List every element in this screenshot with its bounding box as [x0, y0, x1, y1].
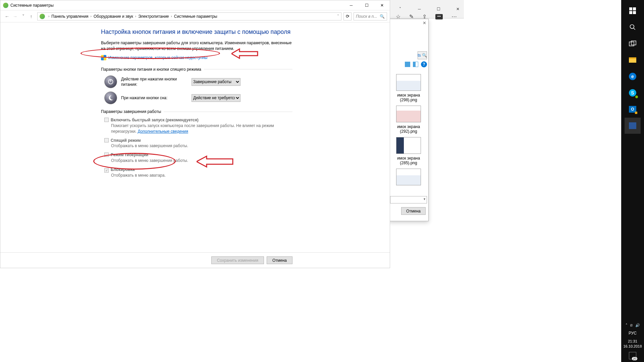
shield-icon — [101, 55, 106, 60]
minimize-button[interactable] — [343, 0, 359, 10]
address-bar: ← → ˅ ↑ › Панель управления › Оборудован… — [0, 10, 390, 22]
chevron-right-icon[interactable]: › — [46, 14, 51, 18]
section-power-buttons: Параметры кнопки питания и кнопки спящег… — [101, 67, 292, 72]
edge-icon[interactable]: e — [625, 68, 641, 84]
fast-startup-checkbox[interactable] — [104, 118, 109, 122]
tray-chevron-icon[interactable]: ˄ — [626, 323, 628, 327]
window-title: Системные параметры — [10, 3, 54, 8]
skype-icon[interactable]: S — [625, 85, 641, 101]
maximize-button[interactable] — [359, 0, 374, 10]
power-button-row: Действие при нажатии кнопки питания: Зав… — [104, 75, 292, 88]
filename-combo[interactable] — [390, 196, 427, 203]
outlook-icon[interactable]: O — [625, 101, 641, 117]
svg-line-9 — [634, 28, 635, 30]
clock[interactable]: 21:31 16.10.2018 — [623, 339, 642, 349]
search-placeholder: Поиск в п... — [356, 14, 377, 19]
chevron-right-icon[interactable]: › — [133, 14, 138, 18]
file-open-dialog: ✕ ts 🔍 ? имок экрана(298).png имок экран… — [388, 19, 429, 221]
sleep-button-action-select[interactable]: Действие не требуется — [192, 94, 240, 102]
word-icon[interactable] — [625, 118, 641, 134]
lock-checkbox[interactable] — [104, 168, 109, 173]
view-icon[interactable] — [405, 62, 410, 67]
moon-icon — [104, 92, 117, 104]
tray-display-icon[interactable]: ⎚ — [630, 323, 633, 327]
sleep-button-row: При нажатии кнопки сна: Действие не треб… — [104, 92, 292, 104]
system-tray: ˄ ⎚ 🔊 РУС 21:31 16.10.2018 20 — [623, 323, 642, 362]
file-explorer-icon[interactable] — [625, 52, 641, 68]
svg-rect-5 — [633, 7, 636, 10]
breadcrumb-root-icon — [40, 14, 45, 19]
ellipsis-icon[interactable]: ⋯ — [451, 13, 457, 20]
sleep-button-label: При нажатии кнопки сна: — [121, 95, 192, 101]
task-view-button[interactable] — [625, 36, 641, 52]
file-thumb[interactable]: имок экрана(285).png — [390, 137, 427, 165]
chevron-right-icon[interactable]: › — [89, 14, 94, 18]
bg-maximize-button[interactable] — [433, 4, 445, 14]
search-icon: 🔍 — [380, 14, 385, 19]
search-box[interactable]: Поиск в п... 🔍 — [354, 12, 387, 20]
action-center-icon[interactable]: 20 — [629, 352, 636, 359]
sleep-checkbox[interactable] — [104, 138, 109, 142]
system-settings-window: Системные параметры ← → ˅ ↑ › Панель упр… — [0, 0, 390, 268]
more-info-link[interactable]: Дополнительные сведения — [138, 129, 188, 134]
sleep-option: Спящий режим Отображать в меню завершени… — [104, 138, 292, 149]
save-button[interactable]: Сохранить изменения — [211, 256, 264, 264]
svg-rect-4 — [629, 7, 632, 10]
bg-minimize-button[interactable] — [414, 4, 426, 14]
start-button[interactable] — [625, 3, 641, 19]
breadcrumb-item[interactable]: Электропитание — [138, 14, 169, 19]
footer-buttons: Сохранить изменения Отмена — [0, 252, 390, 268]
language-indicator[interactable]: РУС — [629, 331, 637, 336]
dialog-close-icon[interactable]: ✕ — [423, 20, 426, 25]
file-thumb[interactable]: имок экрана(292).png — [390, 106, 427, 134]
breadcrumb-item[interactable]: Панель управления — [51, 14, 88, 19]
uac-elevate-link[interactable]: Изменение параметров, которые сейчас нед… — [101, 55, 292, 61]
power-button-label: Действие при нажатии кнопки питания: — [121, 76, 192, 88]
titlebar: Системные параметры — [0, 0, 390, 10]
intro-text: Выберите параметры завершения работы для… — [101, 40, 292, 52]
power-button-action-select[interactable]: Завершение работы — [192, 78, 240, 86]
cancel-button[interactable]: Отмена — [267, 256, 292, 264]
svg-point-8 — [630, 25, 634, 29]
lock-option: Блокировка Отображать в меню аватара. — [104, 167, 292, 178]
page-heading: Настройка кнопок питания и включение защ… — [101, 28, 292, 36]
up-button[interactable]: ↑ — [27, 12, 35, 20]
file-thumb[interactable] — [390, 169, 427, 185]
bg-close-button[interactable] — [452, 4, 464, 14]
breadcrumb-item[interactable]: Системные параметры — [174, 14, 217, 19]
refresh-button[interactable]: ⟳ — [343, 12, 352, 20]
taskbar: e S O ˄ ⎚ 🔊 РУС 21:31 16.10.2018 20 — [621, 0, 644, 362]
address-dropdown-icon[interactable]: ˅ — [337, 14, 339, 19]
hibernate-option: Режим гибернации Отображать в меню завер… — [104, 152, 292, 164]
help-icon[interactable]: ? — [421, 61, 427, 67]
svg-rect-10 — [629, 42, 634, 46]
more-icon[interactable]: ••• — [435, 14, 443, 19]
dialog-search-box[interactable]: ts 🔍 — [418, 51, 427, 59]
uac-link-text[interactable]: Изменение параметров, которые сейчас нед… — [108, 55, 208, 61]
search-button[interactable] — [625, 19, 641, 35]
back-button[interactable]: ← — [3, 12, 11, 20]
dialog-cancel-button[interactable]: Отмена — [401, 207, 426, 215]
svg-rect-11 — [631, 41, 636, 45]
file-thumb[interactable]: имок экрана(298).png — [390, 74, 427, 102]
tray-volume-icon[interactable]: 🔊 — [635, 323, 640, 327]
preview-pane-icon[interactable] — [413, 62, 418, 67]
content-pane: Настройка кнопок питания и включение защ… — [0, 22, 390, 178]
svg-rect-6 — [629, 11, 632, 14]
app-icon — [3, 3, 8, 8]
close-button[interactable] — [374, 0, 390, 10]
fast-startup-option: Включить быстрый запуск (рекомендуется) … — [104, 117, 292, 134]
chevron-right-icon[interactable]: › — [169, 14, 174, 18]
bg-chevron-down-icon[interactable]: ˅ — [394, 4, 406, 14]
hibernate-checkbox[interactable] — [104, 153, 109, 157]
forward-button[interactable]: → — [11, 12, 19, 20]
section-shutdown: Параметры завершения работы — [101, 109, 292, 115]
breadcrumb[interactable]: › Панель управления › Оборудование и зву… — [37, 12, 341, 20]
breadcrumb-item[interactable]: Оборудование и звук — [94, 14, 133, 19]
power-icon — [104, 75, 117, 88]
svg-rect-7 — [633, 11, 636, 14]
recent-dropdown-icon[interactable]: ˅ — [19, 12, 27, 20]
